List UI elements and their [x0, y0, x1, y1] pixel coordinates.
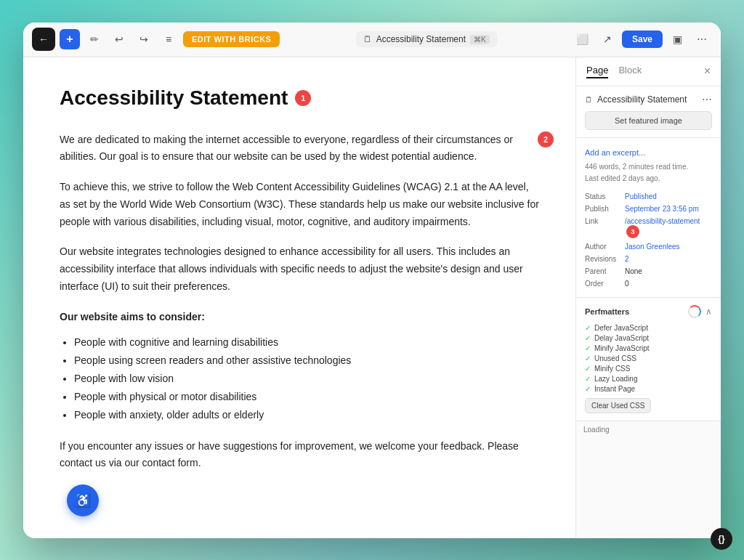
loading-text: Loading [583, 426, 610, 434]
link-href[interactable]: /accessibility-statement [625, 217, 700, 225]
view-icon: ⬜ [576, 33, 589, 45]
paragraph-2: To achieve this, we strive to follow the… [60, 179, 539, 230]
check-icon: ✓ [585, 344, 591, 352]
perf-item-unused-css: ✓ Unused CSS [585, 354, 712, 362]
undo-button[interactable]: ↩ [109, 29, 129, 49]
sidebar-icon: ▣ [673, 33, 682, 45]
last-edited: Last edited 2 days ago. [585, 173, 712, 184]
toolbar-right: ⬜ ↗ Save ▣ ⋯ [573, 29, 712, 49]
add-excerpt-link[interactable]: Add an excerpt... [585, 148, 645, 157]
list-item: People using screen readers and other as… [74, 352, 539, 370]
perfmatters-section: Perfmatters ∧ ✓ Defer JavaScript ✓ Delay… [576, 298, 721, 421]
external-link-button[interactable]: ↗ [597, 29, 618, 49]
paragraph-3: Our website integrates technologies desi… [60, 243, 539, 295]
check-icon: ✓ [585, 354, 591, 362]
code-icon: {} [718, 534, 721, 538]
accessibility-icon: ♿ [75, 492, 91, 508]
view-button[interactable]: ⬜ [573, 29, 593, 49]
add-block-button[interactable]: + [60, 29, 80, 49]
list-item: People with cognitive and learning disab… [74, 333, 539, 352]
edit-mode-button[interactable]: ✏ [84, 29, 105, 49]
parent-row: Parent None [585, 265, 712, 277]
order-label: Order [585, 277, 625, 290]
tab-block[interactable]: Block [618, 65, 642, 78]
link-row: Link /accessibility-statement 3 [585, 215, 712, 240]
accessibility-float-button[interactable]: ♿ [67, 484, 99, 516]
status-value[interactable]: Published [625, 190, 712, 203]
redo-button[interactable]: ↪ [134, 29, 154, 49]
status-label: Status [585, 190, 625, 203]
badge-1: 1 [295, 90, 311, 106]
excerpt-section: Add an excerpt... 446 words, 2 minutes r… [576, 138, 721, 298]
final-paragraph: If you encounter any issues or have sugg… [60, 438, 539, 473]
edit-with-bricks-button[interactable]: EDIT WITH BRICKS [183, 31, 280, 47]
sidebar-header: Page Block × [576, 57, 721, 86]
more-icon: ⋯ [697, 33, 707, 45]
set-featured-image-button[interactable]: Set featured image [585, 111, 712, 130]
paragraph-1: We are dedicated to making the internet … [60, 131, 539, 166]
author-label: Author [585, 240, 625, 253]
check-icon: ✓ [585, 365, 591, 373]
badge-2: 2 [538, 131, 554, 147]
perfmatters-header: Perfmatters ∧ [585, 305, 712, 318]
back-icon: ← [39, 33, 49, 45]
document-icon: 🗒 [363, 34, 372, 44]
sidebar: Page Block × 🗒 Accessibility Statement ⋯… [575, 57, 721, 538]
word-count: 446 words, 2 minutes read time. [585, 161, 712, 173]
badge-3: 3 [626, 225, 639, 238]
external-icon: ↗ [603, 33, 612, 45]
main-area: Accessibility Statement 1 We are dedicat… [23, 57, 721, 538]
page-more-button[interactable]: ⋯ [702, 94, 712, 105]
perf-item-defer-js: ✓ Defer JavaScript [585, 324, 712, 332]
page-label-left: 🗒 Accessibility Statement [585, 94, 687, 105]
author-row: Author Jason Greenlees [585, 240, 712, 253]
page-title-row: Accessibility Statement 1 [60, 86, 539, 110]
list-item: People with low vision [74, 370, 539, 388]
page-indicator[interactable]: 🗒 Accessibility Statement ⌘K [356, 31, 497, 47]
page-title: Accessibility Statement [60, 86, 288, 110]
current-page-title: Accessibility Statement [376, 34, 466, 44]
perfmatters-spinner [688, 305, 701, 318]
author-value[interactable]: Jason Greenlees [625, 240, 712, 253]
parent-value: None [625, 265, 712, 277]
paragraph-block-1: We are dedicated to making the internet … [60, 131, 539, 166]
perf-label-unused-css: Unused CSS [594, 354, 636, 362]
code-button[interactable]: {} [711, 528, 721, 538]
pencil-icon: ✏ [90, 33, 99, 45]
more-options-button[interactable]: ⋯ [692, 29, 712, 49]
page-label-section: 🗒 Accessibility Statement ⋯ Set featured… [576, 86, 721, 138]
publish-value[interactable]: September 23 3:56 pm [625, 203, 712, 215]
perf-label-defer-js: Defer JavaScript [594, 324, 648, 332]
undo-icon: ↩ [115, 33, 124, 45]
perf-label-lazy-loading: Lazy Loading [594, 375, 638, 383]
perf-item-lazy-loading: ✓ Lazy Loading [585, 375, 712, 383]
toolbar: ← + ✏ ↩ ↪ ≡ EDIT WITH BRICKS 🗒 Accessibi… [23, 23, 721, 57]
revisions-value[interactable]: 2 [625, 253, 712, 265]
link-label: Link [585, 215, 625, 240]
perf-label-instant-page: Instant Page [594, 385, 635, 393]
perf-item-instant-page: ✓ Instant Page [585, 385, 712, 393]
perfmatters-title: Perfmatters [585, 307, 629, 316]
back-button[interactable]: ← [32, 28, 55, 51]
perf-label-delay-js: Delay JavaScript [594, 334, 649, 342]
revisions-row: Revisions 2 [585, 253, 712, 265]
check-icon: ✓ [585, 385, 591, 393]
revisions-label: Revisions [585, 253, 625, 265]
sidebar-close-button[interactable]: × [704, 65, 711, 78]
link-value[interactable]: /accessibility-statement 3 [625, 215, 712, 240]
perf-item-minify-css: ✓ Minify CSS [585, 365, 712, 373]
menu-button[interactable]: ≡ [158, 29, 179, 49]
save-button[interactable]: Save [622, 31, 663, 48]
check-icon: ✓ [585, 334, 591, 342]
page-label-row: 🗒 Accessibility Statement ⋯ [585, 94, 712, 105]
perfmatters-collapse-button[interactable]: ∧ [705, 307, 712, 317]
clear-used-css-button[interactable]: Clear Used CSS [585, 398, 651, 413]
check-icon: ✓ [585, 375, 591, 383]
perf-item-minify-js: ✓ Minify JavaScript [585, 344, 712, 352]
menu-icon: ≡ [166, 33, 171, 45]
sidebar-page-title: Accessibility Statement [597, 94, 687, 105]
accessibility-list: People with cognitive and learning disab… [74, 333, 539, 425]
tab-page[interactable]: Page [586, 65, 608, 78]
meta-table: Status Published Publish September 23 3:… [585, 190, 712, 290]
sidebar-toggle-button[interactable]: ▣ [667, 29, 687, 49]
